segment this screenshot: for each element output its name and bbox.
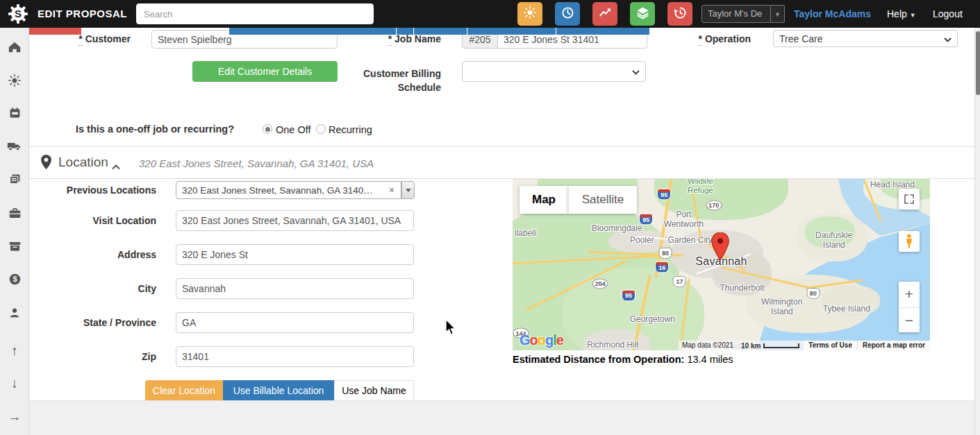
sun-icon <box>8 74 21 90</box>
previous-locations-combobox[interactable]: 320 East Jones Street, Savannah, GA 3140… <box>176 181 401 199</box>
help-menu[interactable]: Help ▼ <box>887 0 916 28</box>
map-label: Daufuskie Island <box>810 231 858 250</box>
one-off-radio[interactable] <box>263 124 272 134</box>
city-input[interactable]: Savannah <box>176 278 414 299</box>
city-label: City <box>28 283 156 294</box>
route-shield-17: 17 <box>673 276 686 287</box>
scale-bar <box>763 343 799 348</box>
map-view-button[interactable]: Map <box>520 186 568 214</box>
layers-icon <box>636 6 649 22</box>
billing-schedule-select[interactable] <box>462 61 646 82</box>
map-label: Georgetown <box>617 315 687 325</box>
map-label: Wildlife Refuge <box>681 179 720 195</box>
sidebar-item-arrow-up[interactable]: ↑ <box>0 341 29 361</box>
sidebar-item-arrow-down[interactable]: ↓ <box>0 374 29 393</box>
visit-location-label: Visit Location <box>28 215 156 226</box>
map-label: Pooler <box>621 236 663 246</box>
left-sidebar: $↑↓→ <box>0 28 29 435</box>
zoom-control: + − <box>899 282 920 332</box>
brightness-button[interactable] <box>517 2 542 26</box>
state-province-input[interactable]: GA <box>176 312 414 333</box>
arrow-up-icon: ↑ <box>11 343 18 359</box>
use-job-name-button[interactable]: Use Job Name <box>334 380 414 400</box>
sidebar-item-sun[interactable] <box>0 72 29 92</box>
google-map[interactable]: Wildlife RefugeHead IslandPort Wentworth… <box>513 179 930 350</box>
address-label: Address <box>28 249 156 260</box>
sidebar-item-news[interactable] <box>0 171 29 191</box>
scrollbar-thumb[interactable] <box>976 31 980 95</box>
zip-input[interactable]: 31401 <box>176 346 414 367</box>
sidebar-item-calendar[interactable] <box>0 105 29 124</box>
svg-text:$: $ <box>13 275 17 283</box>
map-label: Bloomingdale <box>579 224 655 234</box>
sidebar-item-briefcase[interactable] <box>0 205 29 224</box>
sidebar-item-arrow-right[interactable]: → <box>0 407 29 427</box>
edit-customer-details-button[interactable]: Edit Customer Details <box>192 61 338 82</box>
history-button[interactable] <box>667 2 692 26</box>
recurring-radio[interactable] <box>316 124 326 134</box>
dollar-icon: $ <box>8 273 22 289</box>
sidebar-item-truck[interactable] <box>0 138 29 157</box>
map-marker-pin[interactable] <box>711 232 729 263</box>
google-logo[interactable]: Google <box>520 332 563 348</box>
operation-label: * Operation <box>667 33 751 44</box>
street-view-pegman[interactable] <box>899 231 920 252</box>
terms-of-use-link[interactable]: Terms of Use <box>804 341 857 350</box>
chevron-down-icon <box>632 66 640 77</box>
pegman-icon <box>904 234 914 249</box>
map-scale: 10 km <box>737 341 804 350</box>
zoom-in-button[interactable]: + <box>899 282 920 307</box>
workspace-value: Taylor M's De <box>708 8 762 19</box>
operation-select[interactable]: Tree Care <box>773 30 958 47</box>
page-title: EDIT PROPOSAL <box>38 0 127 28</box>
location-pin-icon <box>40 154 52 173</box>
required-marker: * <box>78 33 82 46</box>
workspace-caret-button[interactable]: ▼ <box>771 5 785 23</box>
time-clock-button[interactable] <box>555 2 580 26</box>
satellite-view-button[interactable]: Satellite <box>568 186 637 214</box>
sidebar-item-person[interactable] <box>0 305 29 324</box>
route-shield-95: 95 <box>657 189 671 201</box>
one-off-radio-label[interactable]: One Off <box>276 124 311 135</box>
address-input[interactable]: 320 E Jones St <box>176 244 414 265</box>
route-shield-170: 170 <box>706 200 722 210</box>
map-attribution: Map data ©2021 10 km Terms of Use Report… <box>679 341 930 350</box>
use-billable-location-button[interactable]: Use Billable Location <box>223 380 334 400</box>
sidebar-item-dollar[interactable]: $ <box>0 271 29 291</box>
previous-locations-dropdown-button[interactable] <box>401 181 415 199</box>
recurring-radio-label[interactable]: Recurring <box>329 124 372 135</box>
route-shield-204: 204 <box>592 278 608 289</box>
fullscreen-button[interactable] <box>899 189 920 210</box>
header-quick-buttons <box>517 2 692 26</box>
reports-button[interactable] <box>592 2 617 26</box>
route-shield-95: 95 <box>639 214 653 225</box>
search-input[interactable] <box>136 3 374 24</box>
clock-icon <box>561 6 574 22</box>
sidebar-item-archive[interactable] <box>0 238 29 257</box>
training-button[interactable] <box>630 2 655 26</box>
map-label: Richmond Hill <box>574 341 651 350</box>
clear-location-button[interactable]: Clear Location <box>145 380 223 400</box>
visit-location-input[interactable]: 320 East Jones Street, Savannah, GA 3140… <box>176 210 414 231</box>
logout-button[interactable]: Logout <box>933 0 963 28</box>
app-logo-icon[interactable]: S <box>8 4 28 24</box>
chevron-down-icon <box>944 33 952 44</box>
vertical-scrollbar[interactable] <box>974 28 980 435</box>
estimated-distance: Estimated Distance from Operation: 13.4 … <box>513 354 733 365</box>
route-shield-80: 80 <box>806 288 820 299</box>
collapse-section-button[interactable] <box>111 160 121 173</box>
top-header: S EDIT PROPOSAL Taylor M's De ▼ Taylor M… <box>0 0 980 28</box>
home-icon <box>8 40 22 58</box>
zoom-out-button[interactable]: − <box>899 307 920 332</box>
report-map-error-link[interactable]: Report a map error <box>857 341 930 350</box>
fullscreen-icon <box>904 194 915 205</box>
user-name-link[interactable]: Taylor McAdams <box>794 0 871 28</box>
customer-label: * Customer <box>42 33 131 44</box>
sidebar-item-home[interactable] <box>0 39 29 58</box>
clear-selection-icon[interactable]: × <box>387 185 397 195</box>
chevron-down-icon: ▼ <box>910 12 916 19</box>
map-label: llabell <box>515 229 549 239</box>
job-name-label: * Job Name <box>361 33 441 44</box>
route-shield-16: 16 <box>655 262 669 273</box>
workspace-select[interactable]: Taylor M's De <box>701 5 771 23</box>
